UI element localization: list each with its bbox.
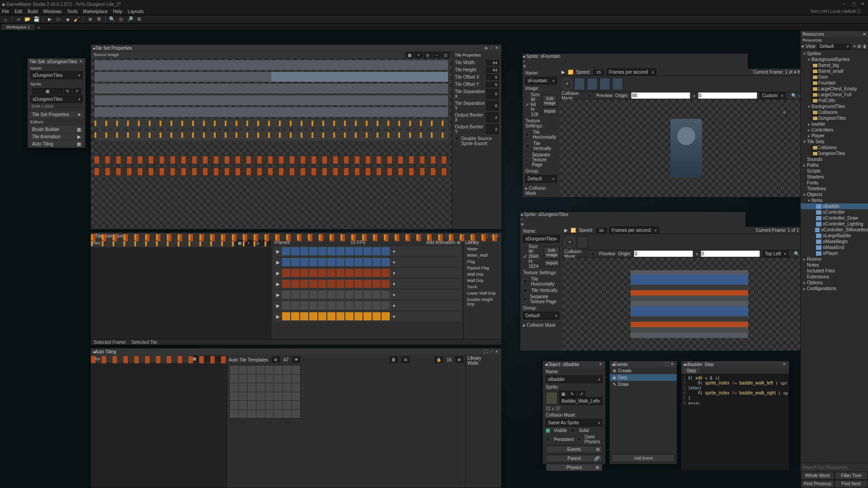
center-icon[interactable]: ⊡ xyxy=(442,52,450,58)
panel-pin-icon[interactable]: ◈ xyxy=(483,46,489,50)
library-item[interactable]: Water xyxy=(465,246,500,252)
zoom-in-icon[interactable]: 🔍 xyxy=(791,93,797,98)
library-item[interactable]: Ripped Flag xyxy=(465,265,500,271)
prop-input[interactable] xyxy=(486,89,499,99)
minimize-button[interactable]: − xyxy=(841,1,848,7)
preview-check[interactable] xyxy=(591,252,594,256)
loop-icon[interactable]: 🔁 xyxy=(571,228,576,233)
target-icon[interactable]: ⊕ xyxy=(86,16,94,23)
find-prev-button[interactable]: Find Previous xyxy=(801,480,835,488)
loop-icon[interactable]: 🔁 xyxy=(568,70,573,75)
tree-node[interactable]: oController_Silhouettes xyxy=(801,227,868,233)
menu-marketplace[interactable]: Marketplace xyxy=(83,9,108,14)
zoom-fit-icon[interactable]: ◎ xyxy=(424,52,432,58)
resources-tree[interactable]: ▾Sprites▾BackgroundSpritessBarrel_bigsBa… xyxy=(801,50,868,463)
tree-node[interactable]: tDungeonTiles xyxy=(801,150,868,156)
prop-input[interactable] xyxy=(486,82,499,87)
collapse-icon[interactable]: ▾ xyxy=(802,44,804,49)
workspace-add[interactable]: + xyxy=(35,25,42,30)
panel-min-icon[interactable]: − xyxy=(489,46,494,50)
library-item[interactable]: Lower Wall Drip xyxy=(465,290,500,296)
tree-node[interactable]: oController_Lighting xyxy=(801,221,868,227)
tree-node[interactable]: Sounds xyxy=(801,156,868,162)
menu-layouts[interactable]: Layouts xyxy=(128,9,144,14)
name-input[interactable]: sDungeonTiles xyxy=(523,235,560,243)
tree-node[interactable]: oBaddie xyxy=(801,203,868,209)
event-item[interactable]: ⊕Create xyxy=(610,367,677,374)
speed-input[interactable] xyxy=(596,228,607,233)
workspace-tab[interactable]: Workspace 1 xyxy=(2,24,34,30)
menu-edit[interactable]: Edit xyxy=(14,9,22,14)
target-info[interactable]: Test | VM | Local | default ⓘ xyxy=(810,9,861,14)
tileanim-tiles-view[interactable]: Tiles ▦ + ◎ − xyxy=(91,239,272,339)
sprite-edit-icon[interactable]: ✎ xyxy=(568,391,576,397)
clean-icon[interactable]: 🧹 xyxy=(73,16,80,23)
tree-node[interactable]: ▾Items xyxy=(801,197,868,203)
code-tab[interactable]: Step xyxy=(683,368,700,374)
panel-close-icon[interactable]: ✕ xyxy=(494,46,500,50)
tree-node[interactable]: Timelines xyxy=(801,186,868,192)
prop-input[interactable] xyxy=(486,60,499,66)
panel-close-icon[interactable]: ✕ xyxy=(78,59,84,64)
preview-check[interactable] xyxy=(588,94,592,98)
tree-node[interactable]: oMaskEnd xyxy=(801,244,868,250)
tree-node[interactable]: ▾Sprites xyxy=(801,51,868,56)
play-icon[interactable]: ▶ xyxy=(275,249,281,254)
origin-mode[interactable]: Custom xyxy=(760,92,786,99)
tree-node[interactable]: Included Files xyxy=(801,268,868,274)
prop-input[interactable] xyxy=(486,113,499,122)
tree-node[interactable]: Notes xyxy=(801,262,868,268)
open-icon[interactable]: 📂 xyxy=(24,16,31,23)
tree-node[interactable]: sBarrel_big xyxy=(801,62,868,68)
tree-node[interactable]: Scripts xyxy=(801,168,868,174)
add-frame-icon[interactable]: + xyxy=(561,79,572,89)
play-icon[interactable]: ▶ xyxy=(275,303,281,308)
anim-row[interactable]: ▶▾ xyxy=(274,279,461,289)
copy-icon[interactable]: ⧉ xyxy=(401,357,410,363)
collmask-dropdown[interactable]: Same As Sprite xyxy=(546,419,603,427)
view-dropdown[interactable]: Default xyxy=(817,44,852,49)
sep-page-check[interactable] xyxy=(523,297,526,301)
library-item[interactable]: Walls xyxy=(467,361,500,366)
tree-node[interactable]: ▾Tile Sets xyxy=(801,139,868,145)
event-item[interactable]: ◈Step xyxy=(610,374,677,381)
prop-input[interactable] xyxy=(486,124,499,134)
row-menu-icon[interactable]: ▾ xyxy=(391,292,397,297)
tree-node[interactable]: oMaskBegin xyxy=(801,239,868,244)
library-item[interactable]: Wall Drip xyxy=(465,271,500,277)
frame-strip[interactable]: + xyxy=(560,76,813,92)
panel-close-icon[interactable]: ✕ xyxy=(494,349,500,354)
show-icon[interactable]: 👁 xyxy=(292,357,300,363)
tree-node[interactable]: ▾BackgroundTiles xyxy=(801,103,868,109)
lock-icon[interactable]: 🔒 xyxy=(435,357,443,363)
menu-build[interactable]: Build xyxy=(28,9,38,14)
library-item[interactable]: Flag xyxy=(465,258,500,265)
row-menu-icon[interactable]: ▾ xyxy=(391,260,397,265)
origin-y[interactable] xyxy=(698,92,757,99)
zoom-in-icon[interactable]: + xyxy=(415,52,423,58)
visible-check[interactable] xyxy=(546,428,550,433)
menu-tools[interactable]: Tools xyxy=(67,9,77,14)
group-dropdown[interactable]: Default xyxy=(523,312,560,319)
prop-input[interactable] xyxy=(486,67,499,73)
resources-tab[interactable]: Resources xyxy=(801,37,868,43)
tile-h-check[interactable] xyxy=(525,132,529,137)
menu-help[interactable]: Help xyxy=(113,9,123,14)
debug-icon[interactable]: ▶ xyxy=(46,16,53,23)
panel-close-icon[interactable]: ✕ xyxy=(782,362,787,366)
library-item[interactable]: Double Height Drip xyxy=(465,296,500,307)
import-button[interactable]: Import xyxy=(544,259,560,267)
add-frame-icon[interactable]: + xyxy=(564,237,575,248)
play-icon[interactable]: ▶ xyxy=(275,282,281,286)
origin-x[interactable] xyxy=(634,250,693,257)
tree-node[interactable]: sLargeChest_Empty xyxy=(801,86,868,92)
whole-word-toggle[interactable]: Whole Word xyxy=(801,472,835,480)
physics-button[interactable]: Physics⚙ xyxy=(546,464,603,471)
resources-search[interactable]: Search For Resources... xyxy=(801,463,868,472)
tree-node[interactable]: oPlayer xyxy=(801,250,868,256)
solid-check[interactable] xyxy=(571,428,575,433)
tree-node[interactable]: sFountain xyxy=(801,80,868,86)
editor-auto[interactable]: Auto Tiling▦ xyxy=(29,141,84,147)
menu-windows[interactable]: Windows xyxy=(43,9,62,14)
tileset-properties-button[interactable]: Tile Set Properties➤ xyxy=(29,111,84,118)
